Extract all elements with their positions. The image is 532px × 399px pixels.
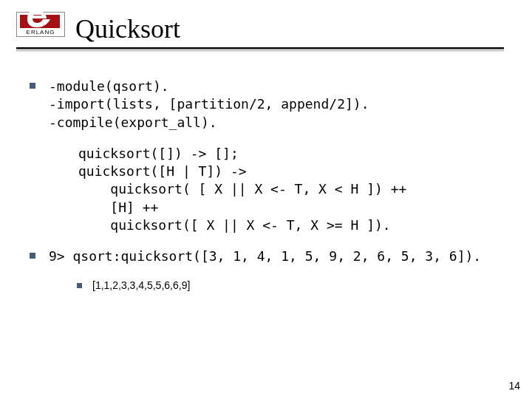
code-line: quicksort([ X || X <- T, X >= H ]). [78,217,391,233]
code-line: [H] ++ [78,200,158,215]
code-line: 9> qsort:quicksort([3, 1, 4, 1, 5, 9, 2,… [49,248,481,264]
erlang-logo: ERLANG [16,12,65,37]
code-line: -import(lists, [partition/2, append/2]). [49,96,369,112]
slide-title: Quicksort [75,13,532,44]
title-shadow [16,49,504,52]
code-block-quicksort: quicksort([]) -> []; quicksort([H | T]) … [78,145,502,234]
square-bullet-icon [30,83,35,89]
code-line: quicksort([]) -> []; [78,146,239,161]
sub-bullet-item: [1,1,2,3,3,4,5,5,6,6,9] [77,279,502,291]
code-line: quicksort( [ X || X <- T, X < H ]) ++ [78,181,406,197]
square-bullet-icon [30,253,35,259]
logo-label: ERLANG [17,29,64,35]
code-line: quicksort([H | T]) -> [78,163,247,179]
square-bullet-icon [77,283,82,288]
bullet-item-2: 9> qsort:quicksort([3, 1, 4, 1, 5, 9, 2,… [30,248,502,265]
code-line: -compile(export_all). [49,115,217,130]
code-block-call: 9> qsort:quicksort([3, 1, 4, 1, 5, 9, 2,… [49,248,481,265]
slide-header: ERLANG Quicksort [0,0,532,52]
bullet-item-1: -module(qsort). -import(lists, [partitio… [30,78,502,132]
page-number: 14 [508,380,520,392]
slide-body: -module(qsort). -import(lists, [partitio… [0,52,532,291]
logo-frame: ERLANG [16,12,65,37]
code-line: -module(qsort). [49,78,169,94]
result-text: [1,1,2,3,3,4,5,5,6,6,9] [92,279,190,291]
code-block-module: -module(qsort). -import(lists, [partitio… [49,78,369,132]
slide: ERLANG Quicksort -module(qsort). -import… [0,0,532,399]
logo-e-icon [27,11,52,27]
